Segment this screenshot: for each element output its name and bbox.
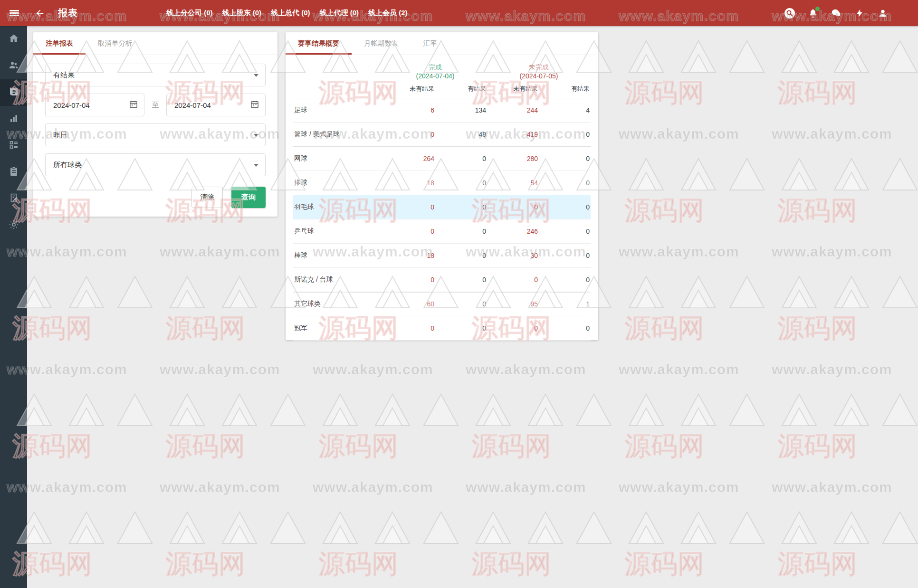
settings-gear-icon: [8, 219, 19, 232]
column-header: 有结果: [539, 81, 591, 98]
table-row[interactable]: 网球 264 0 280 0: [293, 147, 591, 171]
sub-header-row: 未有结果 有结果 未有结果 有结果: [293, 81, 591, 98]
sidebar-item-members[interactable]: [0, 53, 27, 79]
table-row[interactable]: 乒乓球 0 0 246 0: [293, 219, 591, 244]
notifications-bell-icon[interactable]: [807, 8, 819, 19]
breadcrumb-item-member[interactable]: 线上会员 (2): [368, 9, 408, 18]
sport-filter-value: 所有球类: [53, 161, 82, 170]
table-row[interactable]: 斯诺克 / 台球 0 0 0 0: [293, 268, 591, 292]
column-header: 未有结果: [383, 81, 435, 98]
tab-event-result-summary[interactable]: 赛事结果概要: [286, 32, 352, 55]
sidebar-item-management[interactable]: [0, 133, 27, 159]
tab-bet-report[interactable]: 注单报表: [33, 32, 86, 55]
sidebar-item-home[interactable]: [0, 26, 27, 53]
audit-icon: [8, 192, 19, 206]
sidebar-item-reports[interactable]: [0, 79, 27, 106]
table-row[interactable]: 羽毛球 0 0 0 0: [293, 195, 591, 219]
result-status-value: 有结果: [53, 71, 75, 80]
management-icon: [8, 139, 19, 152]
calendar-icon[interactable]: [129, 100, 138, 111]
home-icon: [8, 33, 19, 46]
tab-monthly-statement[interactable]: 月帐期数表: [352, 32, 411, 55]
quick-period-select[interactable]: 昨日: [45, 123, 266, 146]
topbar-actions: [784, 8, 918, 19]
calendar-icon[interactable]: [250, 100, 259, 111]
table-row[interactable]: 排球 18 0 54 0: [293, 171, 591, 195]
column-group-row: 完成 (2024-07-04) 未完成 (2024-07-05): [293, 58, 591, 81]
table-row[interactable]: 足球 6 134 244 4: [293, 98, 591, 123]
quick-actions-bolt-icon[interactable]: [854, 8, 865, 19]
reports-icon: [8, 86, 19, 99]
breadcrumb-item-agent[interactable]: 线上代理 (0): [320, 9, 359, 18]
date-to-label: 至: [144, 101, 166, 110]
quick-period-value: 昨日: [53, 131, 67, 140]
search-icon[interactable]: [784, 8, 795, 19]
breadcrumb-item-branch[interactable]: 线上分公司 (0): [166, 9, 213, 18]
hamburger-menu-icon[interactable]: [5, 4, 24, 23]
clear-button[interactable]: 清除: [191, 187, 223, 208]
column-header: 有结果: [435, 81, 487, 98]
filter-tabs: 注单报表 取消单分析: [33, 32, 277, 55]
sidebar-item-statistics[interactable]: [0, 106, 27, 133]
sidebar-nav: [0, 26, 27, 588]
uncompleted-group-header: 未完成 (2024-07-05): [487, 58, 591, 81]
breadcrumb: 线上分公司 (0) 线上股东 (0) 线上总代 (0) 线上代理 (0) 线上会…: [166, 0, 408, 26]
report-panel: 赛事结果概要 月帐期数表 汇率 完成 (2024-07-04) 未完成 (202…: [286, 32, 598, 340]
report-tabs: 赛事结果概要 月帐期数表 汇率: [286, 32, 598, 55]
breadcrumb-item-shareholder[interactable]: 线上股东 (0): [222, 9, 262, 18]
tab-exchange-rate[interactable]: 汇率: [411, 32, 449, 55]
date-to-value: 2024-07-04: [174, 101, 211, 109]
chevron-down-icon: [254, 164, 258, 167]
date-from-input[interactable]: 2024-07-04: [45, 94, 144, 116]
date-range-row: 2024-07-04 至 2024-07-04: [45, 94, 266, 116]
search-button[interactable]: 查询: [231, 187, 266, 208]
date-to-input[interactable]: 2024-07-04: [166, 94, 266, 116]
sidebar-item-audit[interactable]: [0, 186, 27, 212]
sport-filter-select[interactable]: 所有球类: [45, 153, 266, 176]
sidebar-item-settings[interactable]: [0, 212, 27, 239]
notification-dot: [815, 7, 820, 11]
table-row[interactable]: 篮球 / 美式足球 0 48 419 0: [293, 123, 591, 147]
records-icon: [8, 166, 19, 179]
date-from-value: 2024-07-04: [53, 101, 90, 109]
breadcrumb-item-master-agent[interactable]: 线上总代 (0): [271, 9, 310, 18]
page-title: 报表: [58, 7, 78, 19]
chevron-down-icon: [254, 134, 258, 137]
filter-panel: 注单报表 取消单分析 有结果 2024-07-04 至 2024-07-04: [33, 32, 277, 217]
statistics-icon: [8, 113, 19, 126]
event-results-table: 完成 (2024-07-04) 未完成 (2024-07-05) 未有结果 有结…: [293, 58, 591, 341]
members-icon: [8, 59, 19, 73]
back-arrow-icon[interactable]: [30, 4, 49, 23]
top-app-bar: 报表 线上分公司 (0) 线上股东 (0) 线上总代 (0) 线上代理 (0) …: [0, 0, 918, 26]
result-status-select[interactable]: 有结果: [45, 64, 266, 86]
table-row[interactable]: 棒球 18 0 30 0: [293, 244, 591, 268]
sidebar-item-records[interactable]: [0, 159, 27, 186]
chevron-down-icon: [254, 74, 258, 77]
completed-group-header: 完成 (2024-07-04): [383, 58, 487, 81]
filter-buttons: 清除 查询: [45, 187, 266, 208]
messages-icon[interactable]: [831, 8, 842, 19]
account-icon[interactable]: [877, 8, 889, 19]
table-row[interactable]: 其它球类 60 0 95 1: [293, 292, 591, 316]
tab-cancel-analysis[interactable]: 取消单分析: [86, 32, 145, 55]
table-row[interactable]: 冠军 0 0 0 0: [293, 316, 591, 341]
column-header: 未有结果: [487, 81, 539, 98]
